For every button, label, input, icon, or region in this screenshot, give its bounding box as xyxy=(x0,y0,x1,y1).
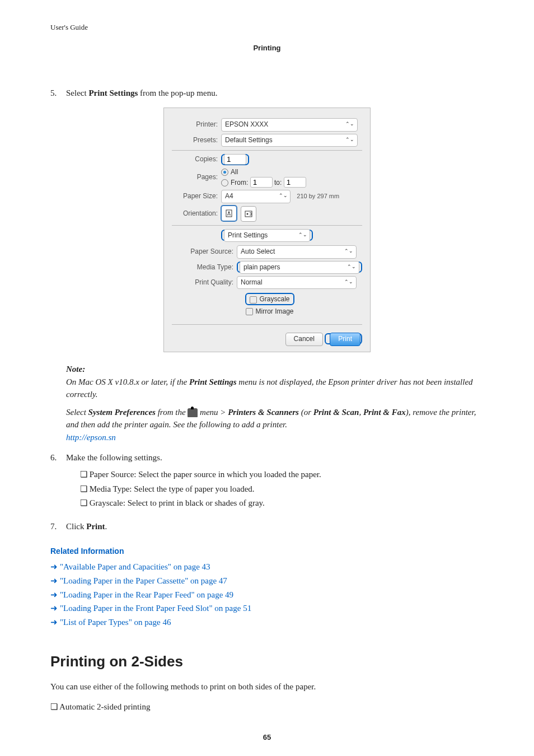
note-text: , xyxy=(359,408,363,417)
print-highlight: Print xyxy=(325,333,362,344)
related-link-1[interactable]: "Available Paper and Capacities" on page… xyxy=(60,562,210,571)
step6-text: Make the following settings. xyxy=(66,453,162,462)
step-number: 6. xyxy=(50,452,66,514)
chevron-updown-icon: ⌃⌄ xyxy=(344,248,353,255)
step5-pre: Select xyxy=(66,88,88,97)
pages-from-input[interactable] xyxy=(250,177,273,188)
step7-pre: Click xyxy=(66,522,86,531)
landscape-icon xyxy=(245,211,252,217)
chevron-updown-icon: ⌃⌄ xyxy=(345,120,354,128)
related-link-3[interactable]: "Loading Paper in the Rear Paper Feed" o… xyxy=(60,590,233,599)
apple-menu-icon xyxy=(188,408,198,417)
printer-label: Printer: xyxy=(172,120,221,129)
print-quality-value: Normal xyxy=(241,278,263,286)
pages-all-radio[interactable] xyxy=(221,169,228,176)
pages-from-radio[interactable] xyxy=(221,179,228,186)
chevron-updown-icon: ⌃⌄ xyxy=(298,231,307,239)
page-number: 65 xyxy=(50,732,484,743)
copies-label: Copies: xyxy=(172,155,221,164)
media-type-highlight: plain papers⌃⌄ xyxy=(237,262,362,273)
presets-label: Presets: xyxy=(172,136,221,145)
chevron-updown-icon: ⌃⌄ xyxy=(344,278,353,286)
note-text: from the xyxy=(156,408,188,417)
papersize-label: Paper Size: xyxy=(172,192,221,201)
note-text: menu > xyxy=(198,408,228,417)
epson-link[interactable]: http://epson.sn xyxy=(66,433,116,442)
arrow-right-icon: ➜ xyxy=(50,617,58,629)
related-heading: Related Information xyxy=(50,545,484,557)
arrow-right-icon: ➜ xyxy=(50,603,58,615)
pages-to-input[interactable] xyxy=(284,177,306,188)
step-5: 5. Select Print Settings from the pop-up… xyxy=(50,87,484,100)
arrow-right-icon: ➜ xyxy=(50,589,58,601)
note-text: On Mac OS X v10.8.x or later, if the xyxy=(66,377,189,386)
arrow-right-icon: ➜ xyxy=(50,561,58,573)
pages-label: Pages: xyxy=(172,172,221,182)
paper-source-select[interactable]: Auto Select⌃⌄ xyxy=(237,245,357,258)
print-button[interactable]: Print xyxy=(330,333,360,346)
popup-menu-select[interactable]: Print Settings⌃⌄ xyxy=(224,229,310,242)
arrow-right-icon: ➜ xyxy=(50,575,58,587)
paper-source-label: Paper Source: xyxy=(177,247,237,256)
step7-post: . xyxy=(105,522,107,531)
bullet-item: Automatic 2-sided printing xyxy=(50,701,484,713)
paper-dimensions: 210 by 297 mm xyxy=(297,193,339,199)
print-quality-label: Print Quality: xyxy=(177,278,237,287)
grayscale-checkbox[interactable] xyxy=(250,296,257,304)
print-quality-select[interactable]: Normal⌃⌄ xyxy=(237,276,357,289)
portrait-icon xyxy=(226,209,232,217)
related-link-2[interactable]: "Loading Paper in the Paper Cassette" on… xyxy=(60,576,227,585)
orientation-landscape-button[interactable] xyxy=(241,206,256,222)
heading-2sides: Printing on 2-Sides xyxy=(50,651,484,673)
pages-from-label: From: xyxy=(231,179,248,186)
svg-point-3 xyxy=(247,213,249,214)
grayscale-label: Grayscale xyxy=(259,295,289,303)
bullet-item: Media Type: Select the type of paper you… xyxy=(80,483,484,496)
chevron-updown-icon: ⌃⌄ xyxy=(347,263,356,270)
presets-select[interactable]: Default Settings⌃⌄ xyxy=(221,134,358,147)
printer-select[interactable]: EPSON XXXX⌃⌄ xyxy=(221,118,358,131)
note-bold: Print Settings xyxy=(189,377,237,386)
cancel-button[interactable]: Cancel xyxy=(285,333,323,346)
step-number: 7. xyxy=(50,521,66,533)
note-bold: System Preferences xyxy=(88,408,156,417)
step5-bold: Print Settings xyxy=(88,88,138,97)
orientation-portrait-button[interactable] xyxy=(221,206,237,221)
note-bold: Print & Fax xyxy=(363,408,406,417)
printer-value: EPSON XXXX xyxy=(225,120,268,128)
note-text: (or xyxy=(299,408,313,417)
media-type-select[interactable]: plain papers⌃⌄ xyxy=(240,261,359,274)
papersize-value: A4 xyxy=(225,192,233,200)
note-bold: Print & Scan xyxy=(313,408,359,417)
step-body: Select Print Settings from the pop-up me… xyxy=(66,87,484,100)
popup-value: Print Settings xyxy=(228,231,268,239)
bullet-item: Grayscale: Select to print in black or s… xyxy=(80,497,484,510)
step5-post: from the pop-up menu. xyxy=(138,88,217,97)
mirror-label: Mirror Image xyxy=(255,307,293,315)
related-link-4[interactable]: "Loading Paper in the Front Paper Feed S… xyxy=(60,604,251,613)
orientation-label: Orientation: xyxy=(172,209,221,218)
paper-source-value: Auto Select xyxy=(241,248,275,255)
mirror-checkbox[interactable] xyxy=(246,308,253,315)
related-link-5[interactable]: "List of Paper Types" on page 46 xyxy=(60,618,171,627)
bullet-item: Paper Source: Select the paper source in… xyxy=(80,469,484,481)
pages-all-text: All xyxy=(231,168,238,176)
note-bold: Printers & Scanners xyxy=(228,408,299,417)
svg-point-1 xyxy=(228,211,230,213)
step-number: 5. xyxy=(50,87,66,100)
pages-to-label: to: xyxy=(274,179,282,186)
note-heading: Note: xyxy=(66,365,85,374)
copies-input[interactable] xyxy=(224,154,246,165)
svg-rect-2 xyxy=(245,211,252,217)
step-7: 7. Click Print. xyxy=(50,521,484,533)
section-title: Printing xyxy=(50,43,484,54)
step7-bold: Print xyxy=(86,522,105,531)
papersize-select[interactable]: A4⌃⌄ xyxy=(221,190,291,203)
grayscale-highlight: Grayscale xyxy=(245,293,294,305)
step-6: 6. Make the following settings. Paper So… xyxy=(50,452,484,514)
doc-header: User's Guide xyxy=(50,22,484,33)
chevron-updown-icon: ⌃⌄ xyxy=(345,136,354,143)
chevron-updown-icon: ⌃⌄ xyxy=(279,192,288,199)
media-type-value: plain papers xyxy=(243,263,280,271)
popup-highlight: Print Settings⌃⌄ xyxy=(221,230,313,241)
